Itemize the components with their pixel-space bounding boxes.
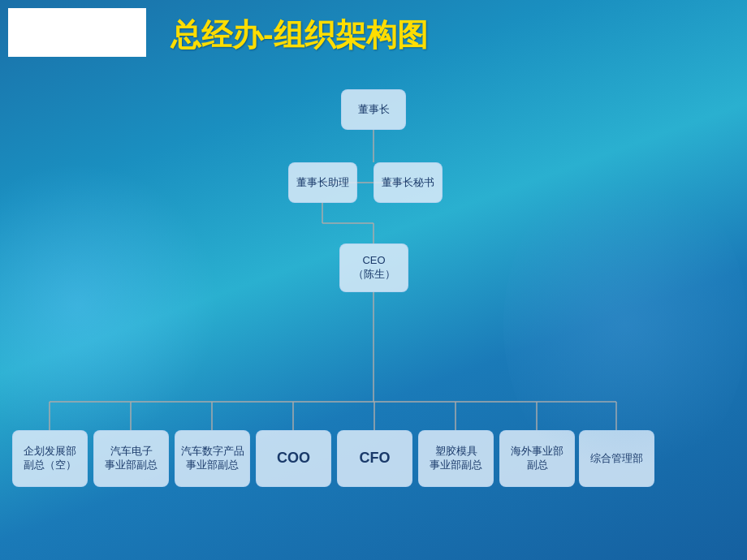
- assistant-node: 董事长助理: [288, 162, 357, 203]
- page-title: 总经办-组织架构图: [171, 15, 428, 56]
- chairman-node: 董事长: [341, 89, 406, 130]
- chairman-label: 董事长: [358, 103, 390, 117]
- vp-auto-elec-node: 汽车电子事业部副总: [93, 430, 169, 487]
- vp-planning-label: 企划发展部副总（空）: [24, 445, 76, 472]
- assistant-label: 董事长助理: [296, 176, 349, 190]
- vp-plastics-node: 塑胶模具事业部副总: [418, 430, 494, 487]
- secretary-label: 董事长秘书: [382, 176, 434, 190]
- general-mgmt-node: 综合管理部: [579, 430, 654, 487]
- vp-auto-digital-node: 汽车数字产品事业部副总: [175, 430, 250, 487]
- cfo-node: CFO: [337, 430, 412, 487]
- coo-node: COO: [256, 430, 331, 487]
- cfo-label: CFO: [360, 449, 391, 467]
- vp-overseas-label: 海外事业部副总: [511, 445, 563, 472]
- vp-overseas-node: 海外事业部副总: [499, 430, 575, 487]
- ceo-node: CEO （陈生）: [339, 243, 408, 292]
- vp-planning-node: 企划发展部副总（空）: [12, 430, 88, 487]
- general-mgmt-label: 综合管理部: [590, 452, 643, 466]
- secretary-node: 董事长秘书: [374, 162, 443, 203]
- company-logo: [8, 8, 146, 57]
- vp-auto-elec-label: 汽车电子事业部副总: [105, 445, 158, 472]
- coo-label: COO: [277, 449, 310, 467]
- vp-plastics-label: 塑胶模具事业部副总: [430, 445, 482, 472]
- vp-auto-digital-label: 汽车数字产品事业部副总: [181, 445, 244, 472]
- ceo-label: CEO （陈生）: [353, 254, 395, 282]
